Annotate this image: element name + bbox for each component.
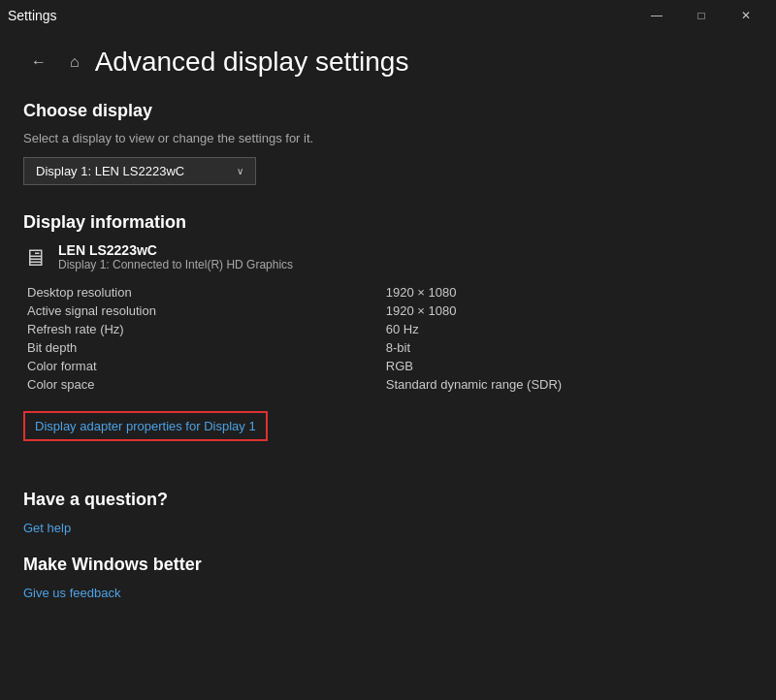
page-header: ← ⌂ Advanced display settings — [23, 47, 753, 78]
info-value: 8-bit — [386, 340, 753, 355]
monitor-subtitle: Display 1: Connected to Intel(R) HD Grap… — [58, 258, 293, 271]
make-windows-better-section: Make Windows better Give us feedback — [23, 555, 753, 600]
display-dropdown[interactable]: Display 1: LEN LS2223wC ∨ — [23, 157, 256, 185]
title-bar-left: Settings — [8, 8, 57, 23]
title-bar: Settings — □ ✕ — [0, 0, 776, 31]
back-button[interactable]: ← — [23, 47, 54, 78]
info-label: Color space — [27, 377, 347, 392]
info-label: Bit depth — [27, 340, 347, 355]
home-icon: ⌂ — [70, 53, 80, 71]
monitor-header: 🖥 LEN LS2223wC Display 1: Connected to I… — [23, 242, 753, 271]
give-feedback-link[interactable]: Give us feedback — [23, 586, 120, 600]
title-bar-title: Settings — [8, 8, 57, 23]
info-value: RGB — [386, 359, 753, 373]
close-button[interactable]: ✕ — [724, 0, 768, 31]
have-a-question-title: Have a question? — [23, 490, 753, 510]
display-adapter-properties-link[interactable]: Display adapter properties for Display 1 — [23, 411, 268, 441]
choose-display-section: Choose display Select a display to view … — [23, 101, 753, 185]
get-help-link[interactable]: Get help — [23, 521, 71, 535]
info-label: Active signal resolution — [27, 303, 347, 318]
display-information-section: Display information 🖥 LEN LS2223wC Displ… — [23, 212, 753, 470]
page-title: Advanced display settings — [95, 47, 409, 78]
info-label: Desktop resolution — [27, 285, 347, 300]
info-value: Standard dynamic range (SDR) — [386, 377, 753, 392]
info-value: 60 Hz — [386, 322, 753, 336]
monitor-icon: 🖥 — [23, 244, 47, 271]
monitor-name: LEN LS2223wC — [58, 242, 293, 258]
have-a-question-section: Have a question? Get help — [23, 490, 753, 535]
title-bar-controls: — □ ✕ — [634, 0, 768, 31]
choose-display-description: Select a display to view or change the s… — [23, 131, 753, 145]
info-label: Color format — [27, 359, 347, 373]
main-content: ← ⌂ Advanced display settings Choose dis… — [0, 31, 776, 700]
minimize-button[interactable]: — — [634, 0, 679, 31]
back-icon: ← — [31, 53, 47, 71]
info-label: Refresh rate (Hz) — [27, 322, 347, 336]
display-info-title: Display information — [23, 212, 753, 233]
maximize-button[interactable]: □ — [679, 0, 724, 31]
make-windows-better-title: Make Windows better — [23, 555, 753, 575]
info-value: 1920 × 1080 — [386, 303, 753, 318]
dropdown-value: Display 1: LEN LS2223wC — [36, 164, 184, 178]
display-info-table: Desktop resolution1920 × 1080Active sign… — [23, 285, 753, 392]
monitor-info: LEN LS2223wC Display 1: Connected to Int… — [58, 242, 293, 271]
choose-display-title: Choose display — [23, 101, 753, 121]
chevron-down-icon: ∨ — [237, 166, 243, 176]
info-value: 1920 × 1080 — [386, 285, 753, 300]
